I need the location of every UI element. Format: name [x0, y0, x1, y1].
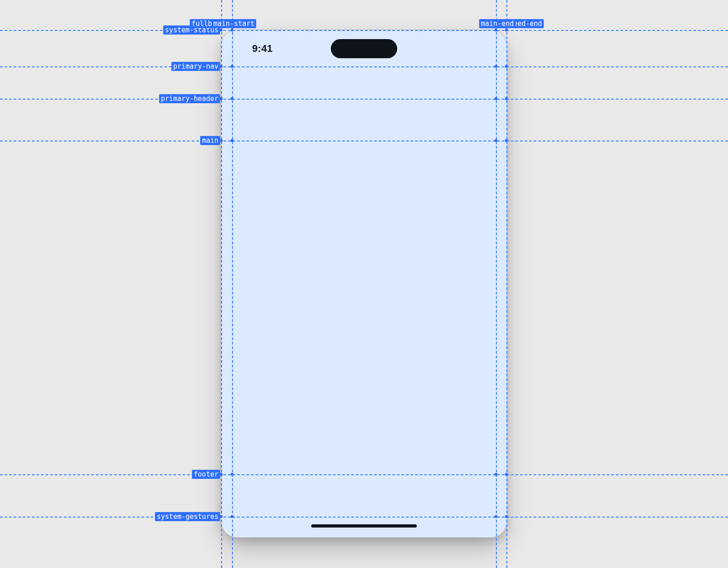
intersection-dot [495, 65, 497, 68]
guide-label-main: main [200, 136, 220, 145]
phone-frame: 9:41 [221, 30, 507, 538]
guide-label-system-gestures: system-gestures [155, 512, 220, 521]
corner-notch-tl [221, 30, 233, 42]
h-right-main-dot [219, 139, 222, 142]
h-right-primary-nav-dot [219, 65, 222, 68]
dynamic-island [331, 39, 397, 58]
intersection-dot [495, 29, 497, 31]
intersection-dot [505, 139, 508, 142]
intersection-dot [505, 515, 508, 518]
guide-label-footer: footer [192, 470, 220, 479]
corner-notch-bl [221, 526, 233, 538]
h-right-footer-dot [219, 473, 222, 476]
status-time: 9:41 [252, 43, 273, 55]
phone-screen: 9:41 [221, 30, 507, 538]
intersection-dot [231, 29, 233, 31]
intersection-dot [495, 515, 497, 518]
intersection-dot [495, 473, 497, 476]
intersection-dot [231, 139, 233, 142]
guide-label-main-start: main-start [212, 19, 256, 28]
h-right-system-gestures-dot [219, 515, 222, 518]
intersection-dot [505, 29, 508, 31]
h-right-system-status-dot [219, 29, 222, 31]
h-right-primary-header-dot [219, 97, 222, 100]
intersection-dot [495, 139, 497, 142]
intersection-dot [505, 97, 508, 100]
intersection-dot [495, 97, 497, 100]
intersection-dot [231, 473, 233, 476]
corner-notch-br [495, 526, 507, 538]
intersection-dot [505, 65, 508, 68]
guide-label-primary-nav: primary-nav [172, 62, 220, 71]
corner-notch-tr [495, 30, 507, 42]
guide-label-main-end: main-end [479, 19, 516, 28]
intersection-dot [231, 515, 233, 518]
home-indicator [311, 524, 417, 528]
intersection-dot [231, 97, 233, 100]
guide-label-primary-header: primary-header [159, 94, 220, 103]
intersection-dot [505, 473, 508, 476]
intersection-dot [231, 65, 233, 68]
